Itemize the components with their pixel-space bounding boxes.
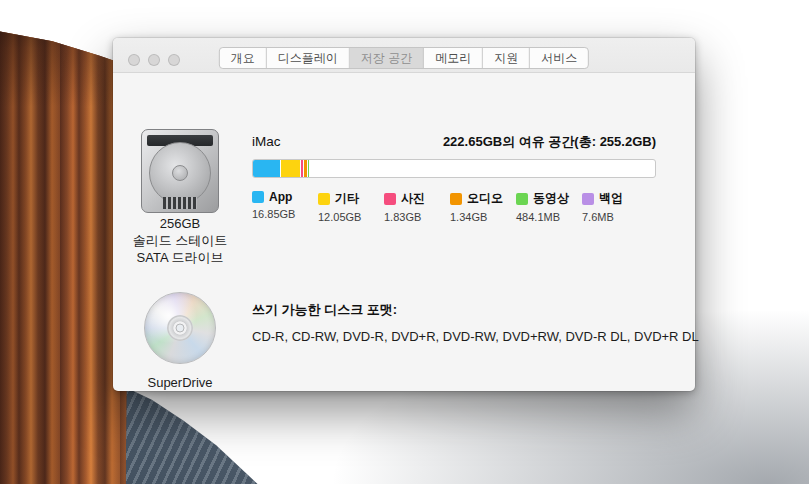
drive-size: 256GB (113, 215, 247, 232)
drive-type-line1: 솔리드 스테이트 (113, 232, 247, 249)
superdrive-label: SuperDrive (113, 375, 247, 390)
bar-segment-기타[interactable] (281, 160, 300, 177)
legend-item-기타: 기타12.05GB (318, 190, 384, 223)
superdrive-icon (144, 292, 216, 364)
storage-pane: 256GB 솔리드 스테이트 SATA 드라이브 SuperDrive iMac… (113, 73, 695, 390)
storage-legend: App16.85GB기타12.05GB사진1.83GB오디오1.34GB동영상4… (252, 190, 623, 223)
close-button[interactable] (128, 54, 140, 66)
writable-formats-list: CD-R, CD-RW, DVD-R, DVD+R, DVD-RW, DVD+R… (252, 329, 699, 344)
minimize-button[interactable] (148, 54, 160, 66)
bar-segment-동영상[interactable] (308, 160, 309, 177)
legend-swatch (384, 193, 396, 205)
legend-value: 1.34GB (450, 211, 516, 223)
legend-label: 백업 (599, 190, 623, 207)
tab-support[interactable]: 지원 (483, 48, 530, 68)
traffic-lights (128, 60, 180, 72)
legend-item-오디오: 오디오1.34GB (450, 190, 516, 223)
legend-label: 기타 (335, 190, 359, 207)
internal-drive-icon (141, 129, 219, 213)
window-titlebar[interactable]: 개요 디스플레이 저장 공간 메모리 지원 서비스 (113, 38, 695, 73)
legend-item-사진: 사진1.83GB (384, 190, 450, 223)
legend-value: 1.83GB (384, 211, 450, 223)
bar-segment-사진[interactable] (301, 160, 304, 177)
about-this-mac-window: 개요 디스플레이 저장 공간 메모리 지원 서비스 256GB 솔리드 스테이트… (113, 38, 695, 391)
legend-label: 동영상 (533, 190, 569, 207)
tab-overview[interactable]: 개요 (220, 48, 267, 68)
bar-segment-App[interactable] (253, 160, 280, 177)
legend-value: 16.85GB (252, 208, 318, 220)
free-space-text: 222.65GB의 여유 공간(총: 255.2GB) (443, 133, 656, 151)
legend-label: 사진 (401, 190, 425, 207)
legend-item-App: App16.85GB (252, 190, 318, 223)
legend-item-동영상: 동영상484.1MB (516, 190, 582, 223)
writable-formats-title: 쓰기 가능한 디스크 포맷: (252, 301, 397, 319)
zoom-button[interactable] (168, 54, 180, 66)
legend-swatch (252, 191, 264, 203)
drive-type-line2: SATA 드라이브 (113, 249, 247, 266)
tab-service[interactable]: 서비스 (530, 48, 588, 68)
tab-storage[interactable]: 저장 공간 (350, 48, 424, 68)
legend-value: 12.05GB (318, 211, 384, 223)
legend-label: App (269, 190, 292, 204)
legend-value: 7.6MB (582, 211, 623, 223)
legend-swatch (516, 193, 528, 205)
device-column: 256GB 솔리드 스테이트 SATA 드라이브 SuperDrive (113, 73, 247, 390)
legend-swatch (582, 193, 594, 205)
bar-segment-오디오[interactable] (304, 160, 306, 177)
legend-swatch (450, 193, 462, 205)
legend-swatch (318, 193, 330, 205)
storage-usage-bar (252, 159, 656, 178)
drive-caption: 256GB 솔리드 스테이트 SATA 드라이브 (113, 215, 247, 266)
legend-item-백업: 백업7.6MB (582, 190, 623, 223)
device-name: iMac (252, 134, 281, 149)
legend-value: 484.1MB (516, 211, 582, 223)
toolbar-tabs: 개요 디스플레이 저장 공간 메모리 지원 서비스 (219, 47, 589, 69)
tab-displays[interactable]: 디스플레이 (267, 48, 350, 68)
tab-memory[interactable]: 메모리 (424, 48, 483, 68)
storage-header-row: iMac 222.65GB의 여유 공간(총: 255.2GB) (252, 133, 656, 151)
legend-label: 오디오 (467, 190, 503, 207)
